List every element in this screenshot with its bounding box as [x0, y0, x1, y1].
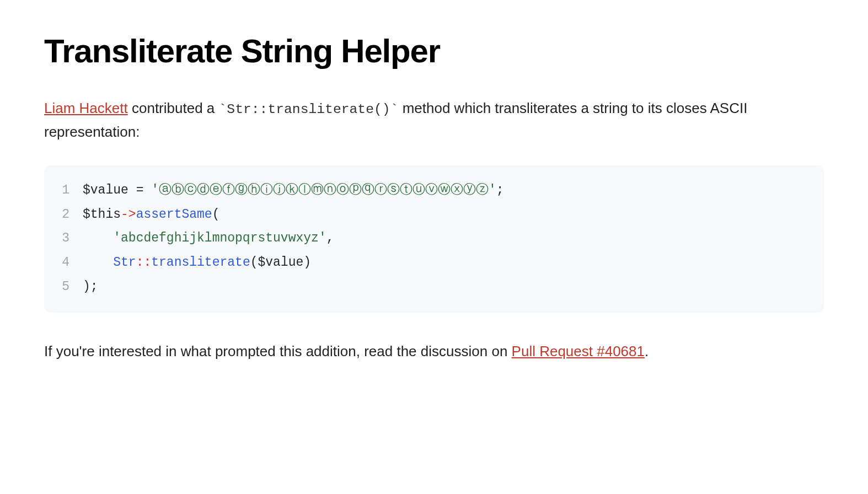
code-block: 1$value = 'ⓐⓑⓒⓓⓔⓕⓖⓗⓘⓙⓚⓛⓜⓝⓞⓟⓠⓡⓢⓣⓤⓥⓦⓧⓨⓩ';2…	[44, 165, 824, 312]
code-token: $this	[83, 207, 121, 222]
code-token: (	[250, 255, 258, 270]
code-content: $this->assertSame(	[83, 203, 219, 227]
code-line: 1$value = 'ⓐⓑⓒⓓⓔⓕⓖⓗⓘⓙⓚⓛⓜⓝⓞⓟⓠⓡⓢⓣⓤⓥⓦⓧⓨⓩ';	[61, 179, 807, 203]
code-line: 3 'abcdefghijklmnopqrstuvwxyz',	[61, 227, 807, 251]
outro-paragraph: If you're interested in what prompted th…	[44, 340, 824, 363]
code-content: );	[83, 275, 98, 299]
code-content: $value = 'ⓐⓑⓒⓓⓔⓕⓖⓗⓘⓙⓚⓛⓜⓝⓞⓟⓠⓡⓢⓣⓤⓥⓦⓧⓨⓩ';	[83, 179, 504, 203]
section-heading: Transliterate String Helper	[44, 33, 824, 69]
code-content: 'abcdefghijklmnopqrstuvwxyz',	[83, 227, 334, 251]
code-token	[83, 255, 113, 270]
code-content: Str::transliterate($value)	[83, 251, 311, 275]
line-number: 4	[61, 251, 83, 275]
code-token: ;	[496, 183, 504, 197]
code-token: assertSame	[136, 207, 212, 222]
code-token: =	[128, 183, 151, 197]
outro-text-2: .	[645, 343, 649, 359]
line-number: 3	[61, 227, 83, 251]
code-token: ::	[136, 255, 152, 270]
inline-code: `Str::transliterate()`	[219, 101, 399, 117]
line-number: 5	[61, 275, 83, 299]
line-number: 2	[61, 203, 83, 227]
code-token: )	[303, 255, 311, 270]
intro-paragraph: Liam Hackett contributed a `Str::transli…	[44, 97, 824, 143]
code-token: ->	[121, 207, 136, 222]
code-token: );	[83, 280, 98, 294]
intro-text-1: contributed a	[128, 100, 219, 116]
code-token	[83, 231, 113, 245]
code-token: (	[212, 207, 220, 222]
code-token: ,	[326, 231, 334, 245]
pull-request-link[interactable]: Pull Request #40681	[512, 343, 645, 359]
code-token: 'abcdefghijklmnopqrstuvwxyz'	[113, 231, 326, 245]
line-number: 1	[61, 179, 83, 203]
outro-text-1: If you're interested in what prompted th…	[44, 343, 512, 359]
code-token: transliterate	[151, 255, 250, 270]
code-token: $value	[83, 183, 128, 197]
code-token: Str	[113, 255, 136, 270]
code-line: 2$this->assertSame(	[61, 203, 807, 227]
code-line: 5);	[61, 275, 807, 299]
code-line: 4 Str::transliterate($value)	[61, 251, 807, 275]
author-link[interactable]: Liam Hackett	[44, 100, 128, 116]
code-token: 'ⓐⓑⓒⓓⓔⓕⓖⓗⓘⓙⓚⓛⓜⓝⓞⓟⓠⓡⓢⓣⓤⓥⓦⓧⓨⓩ'	[151, 183, 496, 197]
code-token: $value	[258, 255, 304, 270]
